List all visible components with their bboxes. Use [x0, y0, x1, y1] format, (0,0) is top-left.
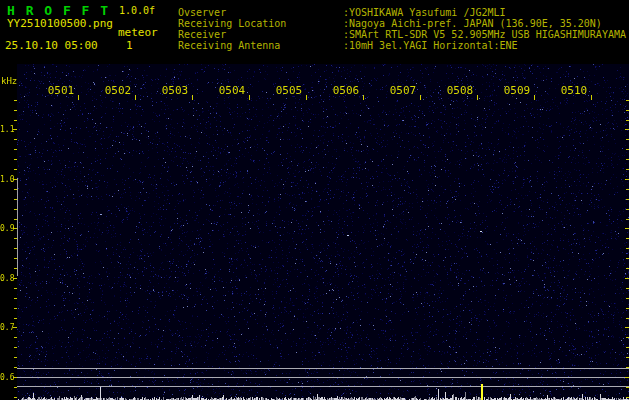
freq-axis-label: 1.1 — [0, 125, 14, 134]
station-info-value: :10mH 3el.YAGI Horizontal:ENE — [343, 40, 518, 51]
time-axis-tick — [363, 95, 364, 100]
freq-axis-tick — [14, 308, 17, 309]
station-info-value: :Nagoya Aichi-pref. JAPAN (136.90E, 35.2… — [343, 18, 602, 29]
spectrogram-canvas — [17, 64, 629, 400]
mode-label: meteor — [118, 26, 158, 39]
station-info-value: :SMArt RTL-SDR V5 52.905MHz USB HIGASHIM… — [343, 29, 626, 40]
time-axis-label: 0509 — [503, 84, 531, 97]
freq-axis-tick — [14, 120, 17, 121]
app-version: 1.0.0f — [119, 5, 155, 16]
freq-axis-tick — [14, 347, 17, 348]
freq-axis-tick — [14, 149, 17, 150]
station-info-label: Receiving Antenna — [178, 40, 343, 51]
freq-axis-label: 0.8 — [0, 274, 14, 283]
time-axis-tick — [78, 95, 79, 100]
freq-axis-tick-right — [625, 129, 629, 130]
time-axis-label: 0508 — [446, 84, 474, 97]
freq-axis-tick — [14, 387, 17, 388]
time-axis-tick — [591, 95, 592, 100]
observation-datetime: 25.10.10 05:00 — [5, 39, 98, 52]
freq-axis-tick — [14, 248, 17, 249]
freq-axis-tick — [14, 367, 17, 368]
freq-axis-tick-right — [625, 327, 629, 328]
freq-axis-tick — [14, 258, 17, 259]
station-info-row: Receiver:SMArt RTL-SDR V5 52.905MHz USB … — [178, 29, 626, 40]
freq-axis-tick-right — [625, 278, 629, 279]
station-info-label: Receiving Location — [178, 18, 343, 29]
freq-axis-tick — [14, 199, 17, 200]
frequency-unit-label: kHz — [1, 76, 17, 86]
time-axis-label: 0504 — [218, 84, 246, 97]
time-axis-label: 0501 — [47, 84, 75, 97]
freq-axis-tick — [14, 139, 17, 140]
station-info-value: :YOSHIKAWA Yasufumi /JG2MLI — [343, 7, 506, 18]
freq-axis-tick — [14, 337, 17, 338]
time-axis-label: 0502 — [104, 84, 132, 97]
freq-axis-tick — [14, 268, 17, 269]
meteor-count: 1 — [126, 39, 133, 52]
station-info-block: Ovserver:YOSHIKAWA Yasufumi /JG2MLIRecei… — [178, 7, 626, 51]
time-axis-tick — [477, 95, 478, 100]
freq-axis-label: 1.0 — [0, 175, 14, 184]
time-axis-tick — [249, 95, 250, 100]
time-axis-label: 0507 — [389, 84, 417, 97]
time-axis-tick — [420, 95, 421, 100]
time-axis-label: 0503 — [161, 84, 189, 97]
hrofft-window: H R O F F T 1.0.0f YY2510100500.png mete… — [0, 0, 629, 400]
time-axis-tick — [306, 95, 307, 100]
freq-axis-tick — [14, 357, 17, 358]
time-axis-tick — [192, 95, 193, 100]
freq-axis-tick — [14, 110, 17, 111]
freq-axis-tick — [14, 169, 17, 170]
time-axis-label: 0505 — [275, 84, 303, 97]
freq-axis-label: 0.7 — [0, 323, 14, 332]
freq-axis-tick — [14, 238, 17, 239]
station-info-row: Receiving Antenna:10mH 3el.YAGI Horizont… — [178, 40, 626, 51]
freq-axis-tick — [14, 318, 17, 319]
freq-axis-tick — [14, 159, 17, 160]
freq-axis-tick-right — [625, 228, 629, 229]
time-axis-label: 0510 — [560, 84, 588, 97]
freq-axis-label: 0.9 — [0, 224, 14, 233]
freq-axis-tick-right — [625, 179, 629, 180]
station-info-label: Receiver — [178, 29, 343, 40]
station-info-label: Ovserver — [178, 7, 343, 18]
freq-axis-tick-right — [625, 377, 629, 378]
freq-axis-tick — [14, 209, 17, 210]
time-axis-tick — [534, 95, 535, 100]
app-title: H R O F F T — [7, 3, 110, 18]
output-filename: YY2510100500.png — [7, 17, 113, 30]
freq-axis-label: 0.6 — [0, 373, 14, 382]
time-axis-label: 0506 — [332, 84, 360, 97]
station-info-row: Ovserver:YOSHIKAWA Yasufumi /JG2MLI — [178, 7, 626, 18]
freq-axis-tick — [14, 298, 17, 299]
freq-axis-tick — [14, 189, 17, 190]
freq-axis-tick — [14, 100, 17, 101]
station-info-row: Receiving Location:Nagoya Aichi-pref. JA… — [178, 18, 626, 29]
time-axis-tick — [135, 95, 136, 100]
freq-axis-tick — [14, 288, 17, 289]
freq-axis-tick — [14, 397, 17, 398]
freq-axis-tick — [14, 219, 17, 220]
